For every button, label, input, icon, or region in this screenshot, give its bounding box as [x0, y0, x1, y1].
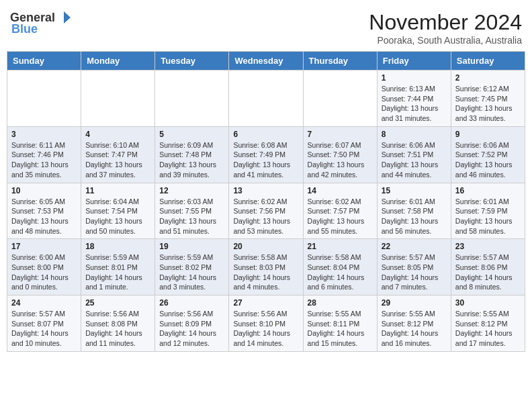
- calendar-day-cell: 25Sunrise: 5:56 AMSunset: 8:08 PMDayligh…: [81, 295, 155, 352]
- day-number: 7: [308, 130, 373, 139]
- day-info: Sunrise: 5:56 AMSunset: 8:08 PMDaylight:…: [85, 309, 150, 349]
- calendar-day-cell: 24Sunrise: 5:57 AMSunset: 8:07 PMDayligh…: [7, 295, 81, 352]
- calendar-day-cell: 4Sunrise: 6:10 AMSunset: 7:47 PMDaylight…: [81, 126, 155, 183]
- calendar-week-row: 10Sunrise: 6:05 AMSunset: 7:53 PMDayligh…: [7, 183, 525, 239]
- day-number: 10: [11, 186, 77, 195]
- calendar-day-cell: 20Sunrise: 5:58 AMSunset: 8:03 PMDayligh…: [229, 239, 303, 295]
- calendar-day-cell: [229, 71, 303, 127]
- day-info: Sunrise: 6:12 AMSunset: 7:45 PMDaylight:…: [455, 84, 521, 124]
- day-number: 17: [11, 242, 77, 251]
- calendar-day-cell: [81, 71, 155, 127]
- day-info: Sunrise: 6:02 AMSunset: 7:57 PMDaylight:…: [308, 197, 373, 236]
- day-number: 30: [455, 298, 521, 308]
- calendar-day-cell: [303, 71, 377, 127]
- day-number: 24: [11, 298, 77, 308]
- location: Pooraka, South Australia, Australia: [369, 35, 522, 46]
- day-number: 27: [233, 298, 298, 308]
- day-number: 5: [159, 130, 224, 139]
- day-number: 12: [159, 186, 224, 195]
- calendar-day-cell: 9Sunrise: 6:06 AMSunset: 7:52 PMDaylight…: [451, 126, 525, 183]
- day-info: Sunrise: 5:55 AMSunset: 8:12 PMDaylight:…: [382, 309, 447, 349]
- svg-marker-0: [64, 11, 71, 24]
- calendar-day-cell: 2Sunrise: 6:12 AMSunset: 7:45 PMDaylight…: [451, 71, 525, 127]
- calendar-day-cell: 14Sunrise: 6:02 AMSunset: 7:57 PMDayligh…: [303, 183, 377, 239]
- calendar-day-cell: 28Sunrise: 5:55 AMSunset: 8:11 PMDayligh…: [303, 295, 377, 352]
- day-number: 25: [85, 298, 150, 308]
- calendar-day-cell: 30Sunrise: 5:55 AMSunset: 8:12 PMDayligh…: [451, 295, 525, 352]
- day-number: 29: [382, 298, 447, 308]
- day-info: Sunrise: 6:06 AMSunset: 7:52 PMDaylight:…: [455, 140, 521, 180]
- calendar-day-cell: 12Sunrise: 6:03 AMSunset: 7:55 PMDayligh…: [155, 183, 229, 239]
- day-info: Sunrise: 6:10 AMSunset: 7:47 PMDaylight:…: [85, 140, 150, 180]
- calendar-day-cell: 8Sunrise: 6:06 AMSunset: 7:51 PMDaylight…: [377, 126, 451, 183]
- calendar-day-header: Sunday: [7, 52, 81, 71]
- calendar-day-cell: [7, 71, 81, 127]
- day-number: 19: [159, 242, 224, 251]
- calendar-day-cell: 16Sunrise: 6:01 AMSunset: 7:59 PMDayligh…: [451, 183, 525, 239]
- day-number: 15: [382, 186, 447, 195]
- day-number: 26: [159, 298, 224, 308]
- calendar-day-cell: 23Sunrise: 5:57 AMSunset: 8:06 PMDayligh…: [451, 239, 525, 295]
- day-number: 18: [85, 242, 150, 251]
- calendar-week-row: 17Sunrise: 6:00 AMSunset: 8:00 PMDayligh…: [7, 239, 525, 295]
- logo: General Blue: [10, 10, 71, 36]
- logo-flag-icon: [56, 10, 71, 25]
- month-title: November 2024: [369, 10, 522, 35]
- day-info: Sunrise: 5:59 AMSunset: 8:02 PMDaylight:…: [159, 253, 224, 292]
- logo-blue: Blue: [11, 22, 38, 36]
- calendar-day-cell: 1Sunrise: 6:13 AMSunset: 7:44 PMDaylight…: [377, 71, 451, 127]
- calendar-day-cell: 17Sunrise: 6:00 AMSunset: 8:00 PMDayligh…: [7, 239, 81, 295]
- day-info: Sunrise: 6:05 AMSunset: 7:53 PMDaylight:…: [11, 197, 77, 236]
- calendar-week-row: 1Sunrise: 6:13 AMSunset: 7:44 PMDaylight…: [7, 71, 525, 127]
- day-number: 8: [382, 130, 447, 139]
- day-info: Sunrise: 6:08 AMSunset: 7:49 PMDaylight:…: [233, 140, 298, 180]
- page-header: General Blue November 2024 Pooraka, Sout…: [7, 7, 525, 46]
- day-number: 13: [233, 186, 298, 195]
- day-number: 23: [455, 242, 521, 251]
- calendar-day-header: Wednesday: [229, 52, 303, 71]
- calendar-day-cell: 7Sunrise: 6:07 AMSunset: 7:50 PMDaylight…: [303, 126, 377, 183]
- calendar-header-row: SundayMondayTuesdayWednesdayThursdayFrid…: [7, 52, 525, 71]
- calendar-day-cell: 10Sunrise: 6:05 AMSunset: 7:53 PMDayligh…: [7, 183, 81, 239]
- calendar-day-cell: 6Sunrise: 6:08 AMSunset: 7:49 PMDaylight…: [229, 126, 303, 183]
- calendar-day-cell: 11Sunrise: 6:04 AMSunset: 7:54 PMDayligh…: [81, 183, 155, 239]
- day-info: Sunrise: 6:09 AMSunset: 7:48 PMDaylight:…: [159, 140, 224, 180]
- calendar-day-cell: [155, 71, 229, 127]
- calendar-day-cell: 26Sunrise: 5:56 AMSunset: 8:09 PMDayligh…: [155, 295, 229, 352]
- day-number: 9: [455, 130, 521, 139]
- day-number: 20: [233, 242, 298, 251]
- day-info: Sunrise: 5:57 AMSunset: 8:05 PMDaylight:…: [382, 253, 447, 292]
- day-info: Sunrise: 5:57 AMSunset: 8:07 PMDaylight:…: [11, 309, 77, 349]
- calendar-table: SundayMondayTuesdayWednesdayThursdayFrid…: [7, 51, 525, 352]
- day-info: Sunrise: 6:01 AMSunset: 7:59 PMDaylight:…: [455, 197, 521, 236]
- day-info: Sunrise: 5:57 AMSunset: 8:06 PMDaylight:…: [455, 253, 521, 292]
- day-number: 1: [382, 73, 447, 83]
- day-number: 3: [11, 130, 77, 139]
- day-info: Sunrise: 6:06 AMSunset: 7:51 PMDaylight:…: [382, 140, 447, 180]
- day-info: Sunrise: 6:00 AMSunset: 8:00 PMDaylight:…: [11, 253, 77, 292]
- day-number: 14: [308, 186, 373, 195]
- calendar-day-cell: 29Sunrise: 5:55 AMSunset: 8:12 PMDayligh…: [377, 295, 451, 352]
- day-number: 22: [382, 242, 447, 251]
- day-info: Sunrise: 6:02 AMSunset: 7:56 PMDaylight:…: [233, 197, 298, 236]
- day-number: 16: [455, 186, 521, 195]
- day-number: 28: [308, 298, 373, 308]
- day-number: 21: [308, 242, 373, 251]
- day-info: Sunrise: 6:03 AMSunset: 7:55 PMDaylight:…: [159, 197, 224, 236]
- calendar-day-cell: 5Sunrise: 6:09 AMSunset: 7:48 PMDaylight…: [155, 126, 229, 183]
- day-info: Sunrise: 6:11 AMSunset: 7:46 PMDaylight:…: [11, 140, 77, 180]
- calendar-day-header: Thursday: [303, 52, 377, 71]
- calendar-day-cell: 21Sunrise: 5:58 AMSunset: 8:04 PMDayligh…: [303, 239, 377, 295]
- calendar-week-row: 24Sunrise: 5:57 AMSunset: 8:07 PMDayligh…: [7, 295, 525, 352]
- day-number: 6: [233, 130, 298, 139]
- day-info: Sunrise: 5:55 AMSunset: 8:11 PMDaylight:…: [308, 309, 373, 349]
- calendar-day-header: Friday: [377, 52, 451, 71]
- day-info: Sunrise: 6:07 AMSunset: 7:50 PMDaylight:…: [308, 140, 373, 180]
- day-info: Sunrise: 5:58 AMSunset: 8:04 PMDaylight:…: [308, 253, 373, 292]
- calendar-day-header: Monday: [81, 52, 155, 71]
- calendar-day-header: Saturday: [451, 52, 525, 71]
- calendar-day-cell: 19Sunrise: 5:59 AMSunset: 8:02 PMDayligh…: [155, 239, 229, 295]
- day-info: Sunrise: 5:56 AMSunset: 8:10 PMDaylight:…: [233, 309, 298, 349]
- calendar-week-row: 3Sunrise: 6:11 AMSunset: 7:46 PMDaylight…: [7, 126, 525, 183]
- day-info: Sunrise: 5:56 AMSunset: 8:09 PMDaylight:…: [159, 309, 224, 349]
